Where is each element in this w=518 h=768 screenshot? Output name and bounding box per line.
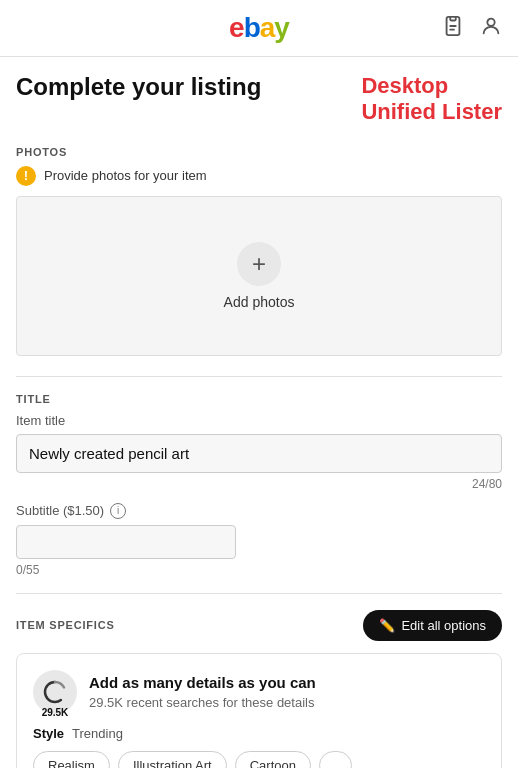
photos-warning-text: Provide photos for your item	[44, 168, 207, 183]
add-photo-circle: +	[237, 242, 281, 286]
ebay-logo: ebay	[229, 12, 289, 44]
plus-icon: +	[252, 250, 266, 278]
style-tab[interactable]: Style	[33, 726, 64, 741]
edit-all-options-button[interactable]: ✏️ Edit all options	[363, 610, 502, 641]
svg-rect-0	[450, 16, 456, 20]
tag-cartoon[interactable]: Cartoon	[235, 751, 311, 768]
pencil-icon: ✏️	[379, 618, 395, 633]
logo-y: y	[274, 12, 289, 43]
add-photos-label: Add photos	[224, 294, 295, 310]
clipboard-icon[interactable]	[442, 15, 464, 42]
item-specifics-label: ITEM SPECIFICS	[16, 619, 115, 631]
main-content: Complete your listing Desktop Unified Li…	[0, 57, 518, 768]
item-title-input[interactable]	[16, 434, 502, 473]
title-char-count: 24/80	[16, 477, 502, 491]
info-icon[interactable]: i	[110, 503, 126, 519]
trending-tab[interactable]: Trending	[72, 726, 123, 741]
subtitle-label-row: Subtitle ($1.50) i	[16, 503, 502, 519]
divider-title-specifics	[16, 593, 502, 594]
profile-icon[interactable]	[480, 15, 502, 42]
logo-a: a	[260, 12, 275, 43]
tag-realism[interactable]: Realism	[33, 751, 110, 768]
photo-upload-area[interactable]: + Add photos	[16, 196, 502, 356]
divider-photos-title	[16, 376, 502, 377]
desktop-badge: Desktop Unified Lister	[361, 73, 502, 126]
page-title: Complete your listing	[16, 73, 261, 102]
item-title-label: Item title	[16, 413, 502, 428]
specifics-icon-wrap: 29.5K	[33, 670, 77, 714]
tags-row: Realism Illustration Art Cartoon ...	[33, 751, 485, 768]
subtitle-input[interactable]	[16, 525, 236, 559]
logo-e: e	[229, 12, 244, 43]
tag-illustration-art[interactable]: Illustration Art	[118, 751, 227, 768]
specifics-text-wrap: Add as many details as you can 29.5K rec…	[89, 674, 485, 710]
search-count-badge: 29.5K	[42, 707, 69, 718]
header-icons	[442, 15, 502, 42]
warning-icon: !	[16, 166, 36, 186]
specifics-top: 29.5K Add as many details as you can 29.…	[33, 670, 485, 714]
title-section: TITLE Item title 24/80 Subtitle ($1.50) …	[16, 393, 502, 577]
logo-b: b	[244, 12, 260, 43]
specifics-main-text: Add as many details as you can	[89, 674, 485, 691]
page-title-row: Complete your listing Desktop Unified Li…	[16, 73, 502, 126]
title-section-label: TITLE	[16, 393, 502, 405]
item-specifics-section: ITEM SPECIFICS ✏️ Edit all options 29.5K	[16, 610, 502, 768]
photos-warning-row: ! Provide photos for your item	[16, 166, 502, 186]
subtitle-char-count: 0/55	[16, 563, 502, 577]
edit-all-label: Edit all options	[401, 618, 486, 633]
photos-section-label: PHOTOS	[16, 146, 502, 158]
item-specifics-header: ITEM SPECIFICS ✏️ Edit all options	[16, 610, 502, 641]
specifics-sub-text: 29.5K recent searches for these details	[89, 695, 485, 710]
photos-section: PHOTOS ! Provide photos for your item + …	[16, 146, 502, 356]
svg-point-3	[487, 18, 494, 25]
header: ebay	[0, 0, 518, 57]
tag-more[interactable]: ...	[319, 751, 352, 768]
specifics-card: 29.5K Add as many details as you can 29.…	[16, 653, 502, 768]
style-tabs-row: Style Trending	[33, 726, 485, 741]
desktop-badge-line2: Unified Lister	[361, 99, 502, 125]
desktop-badge-line1: Desktop	[361, 73, 502, 99]
subtitle-label: Subtitle ($1.50)	[16, 503, 104, 518]
